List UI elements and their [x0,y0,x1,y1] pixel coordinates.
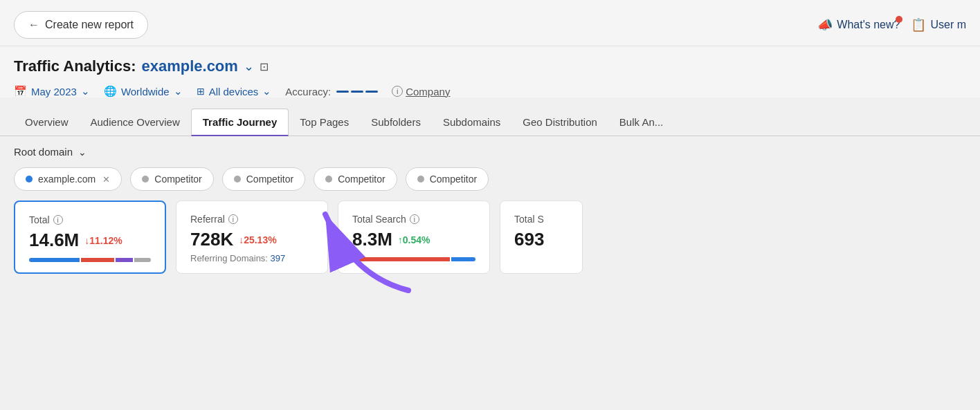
domain-dot-icon [26,176,33,183]
competitor-tag-3[interactable]: Competitor [314,167,397,191]
metric-card-total: Total i 14.6M ↓11.12% [14,201,166,274]
root-domain-chevron-icon[interactable]: ⌄ [78,147,87,158]
metric-change-total: ↓11.12% [84,235,122,246]
page-wrapper: ← Create new report 📣 What's new? 📋 User… [0,0,980,410]
main-content: Traffic Analytics: example.com ⌄ ⊡ 📅 May… [0,46,980,97]
info-icon: i [392,86,403,97]
calendar-icon: 📅 [14,85,27,97]
metric-label-total-s: Total S [514,214,568,225]
accuracy-indicator [336,91,378,93]
domain-name[interactable]: example.com [141,57,237,75]
competitor-tag-2[interactable]: Competitor [222,167,305,191]
region-chevron-icon: ⌄ [174,85,183,97]
bar-red [81,258,115,262]
globe-icon: 🌐 [104,85,117,97]
metric-value-total-search: 8.3M ↑0.54% [352,229,475,250]
whats-new-label: What's new? [837,19,900,31]
competitor-tag-1[interactable]: Competitor [130,167,213,191]
page-title-prefix: Traffic Analytics: [14,57,136,75]
metric-label-total-search: Total Search i [352,214,475,225]
metric-sub-referral: Referring Domains: 397 [190,253,314,263]
competitor-label-3: Competitor [338,174,385,185]
accuracy-dash-3 [365,91,378,93]
accuracy-label: Accuracy: [285,86,331,97]
domain-tag[interactable]: example.com ✕ [14,167,122,191]
competitor-dot-icon-2 [234,176,241,183]
bar-red-2 [352,257,450,261]
bar-blue-2 [451,257,475,261]
accuracy-dash-2 [351,91,363,93]
top-right-actions: 📣 What's new? 📋 User m [817,17,966,32]
create-report-label: Create new report [45,19,134,31]
tab-overview[interactable]: Overview [14,109,80,136]
root-domain-label: Root domain [14,146,73,158]
tab-bulk-analysis[interactable]: Bulk An... [608,109,674,136]
tab-traffic-journey[interactable]: Traffic Journey [191,109,289,136]
metric-value-referral: 728K ↓25.13% [190,229,314,250]
date-filter-label: May 2023 [31,86,77,97]
competitor-label-4: Competitor [430,174,477,185]
metric-bar-total [29,258,151,262]
tab-geo-distribution[interactable]: Geo Distribution [511,109,608,136]
metric-value-total: 14.6M ↓11.12% [29,230,151,251]
filter-row: 📅 May 2023 ⌄ 🌐 Worldwide ⌄ ⊞ All devices… [14,85,966,97]
title-row: Traffic Analytics: example.com ⌄ ⊡ [14,57,966,75]
metric-card-total-search: Total Search i 8.3M ↑0.54% [338,201,490,274]
competitor-label-2: Competitor [246,174,293,185]
accuracy-section: Accuracy: [285,86,378,97]
company-section: i Company [392,86,450,97]
region-filter-button[interactable]: 🌐 Worldwide ⌄ [104,85,183,97]
date-chevron-icon: ⌄ [81,85,90,97]
domain-chevron-icon[interactable]: ⌄ [244,59,254,74]
metrics-row: Total i 14.6M ↓11.12% Referral i 728K [0,201,980,274]
devices-filter-label: All devices [209,86,259,97]
bar-blue [29,258,80,262]
competitor-dot-icon-3 [325,176,332,183]
whats-new-button[interactable]: 📣 What's new? [817,17,900,32]
megaphone-icon: 📣 [817,17,833,32]
metric-label-referral: Referral i [190,214,314,225]
competitor-tag-4[interactable]: Competitor [406,167,489,191]
back-arrow-icon: ← [28,19,39,31]
accuracy-dash-1 [336,91,349,93]
metric-change-search: ↑0.54% [398,234,430,245]
company-link[interactable]: Company [406,86,450,97]
metric-label-total: Total i [29,214,151,225]
external-link-icon[interactable]: ⊡ [260,60,269,73]
metric-card-referral: Referral i 728K ↓25.13% Referring Domain… [176,201,328,274]
competitor-dot-icon-4 [417,176,424,183]
nav-tabs: Overview Audience Overview Traffic Journ… [0,109,980,136]
notification-dot [896,16,902,23]
devices-chevron-icon: ⌄ [262,85,271,97]
domain-tag-label: example.com [38,174,96,185]
metric-bar-search [352,257,475,261]
tab-subdomains[interactable]: Subdomains [432,109,511,136]
metric-card-total-s: Total S 693 [500,201,583,274]
metric-info-icon-referral[interactable]: i [228,214,238,224]
competitor-dot-icon-1 [142,176,149,183]
user-menu-icon: 📋 [911,17,926,32]
region-filter-label: Worldwide [121,86,170,97]
create-report-button[interactable]: ← Create new report [14,11,148,39]
devices-filter-button[interactable]: ⊞ All devices ⌄ [197,85,272,97]
user-menu-button[interactable]: 📋 User m [911,17,966,32]
root-domain-row: Root domain ⌄ [0,136,980,167]
tab-audience-overview[interactable]: Audience Overview [80,109,191,136]
competitors-row: example.com ✕ Competitor Competitor Comp… [0,167,980,201]
bar-gray [134,258,151,262]
metric-info-icon-search[interactable]: i [410,214,419,224]
top-bar: ← Create new report 📣 What's new? 📋 User… [0,0,980,46]
metric-info-icon-total[interactable]: i [53,215,63,225]
user-menu-label: User m [930,19,966,31]
tab-top-pages[interactable]: Top Pages [289,109,360,136]
bar-purple [116,258,132,262]
devices-icon: ⊞ [197,86,205,97]
metric-change-referral: ↓25.13% [239,234,276,245]
date-filter-button[interactable]: 📅 May 2023 ⌄ [14,85,90,97]
metric-value-total-s: 693 [514,229,568,250]
competitor-label-1: Competitor [154,174,201,185]
domain-tag-close-icon[interactable]: ✕ [102,174,110,185]
tab-subfolders[interactable]: Subfolders [360,109,432,136]
